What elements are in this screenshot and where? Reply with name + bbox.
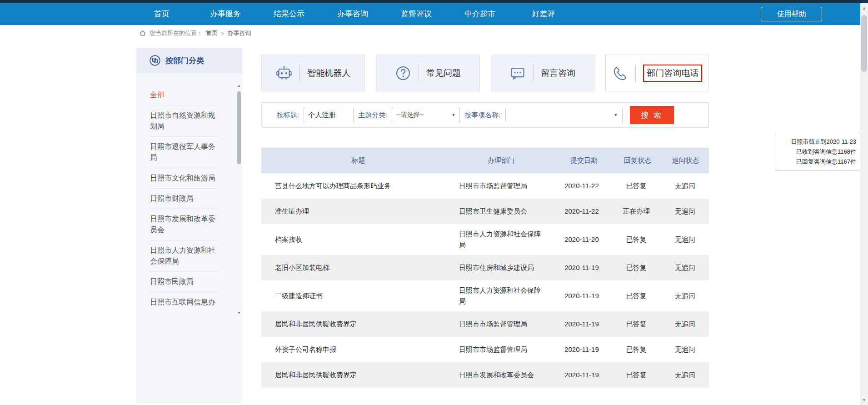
cell-date: 2020-11-22 (552, 173, 611, 199)
sidebar-item[interactable]: 日照市发展和改革委员会 (150, 209, 219, 240)
scroll-up-icon[interactable]: ▲ (860, 6, 868, 10)
help-button[interactable]: 使用帮助 (761, 7, 822, 21)
cell-reply-status: 已答复 (611, 362, 661, 388)
breadcrumb-current[interactable]: 办事咨询 (228, 29, 251, 37)
search-button[interactable]: 搜 索 (630, 106, 674, 124)
chevron-down-icon: ▼ (614, 113, 618, 117)
cell-reply-status: 已答复 (611, 280, 661, 311)
cell-reply-status: 已答复 (611, 337, 661, 362)
notice-line: 已收到咨询信息1168件 (780, 147, 856, 157)
nav-item[interactable]: 首页 (130, 3, 194, 25)
cell-title[interactable]: 居民和非居民供暖收费界定 (261, 311, 459, 337)
sidebar-title: 按部门分类 (165, 55, 204, 66)
cell-date: 2020-11-19 (552, 280, 611, 311)
table-row[interactable]: 外资子公司名称申报日照市市场监督管理局2020-11-19已答复无追问 (261, 337, 709, 362)
nav-item[interactable]: 好差评 (512, 3, 575, 25)
table-row[interactable]: 居民和非居民供暖收费界定日照市发展和改革委员会2020-11-19已答复无追问 (261, 362, 709, 388)
page-scrollbar-thumb[interactable] (861, 15, 867, 72)
sidebar: 按部门分类 全部日照市自然资源和规划局日照市退役军人事务局日照市文化和旅游局日照… (136, 48, 242, 403)
sidebar-item[interactable]: 日照市人力资源和社会保障局 (150, 240, 219, 272)
scroll-down-icon[interactable]: ▼ (860, 398, 868, 402)
item-name-select[interactable]: ▼ (505, 108, 623, 122)
table-row[interactable]: 老旧小区加装电梯日照市住房和城乡建设局2020-11-19已答复无追问 (261, 255, 709, 280)
cell-followup-status: 无追问 (661, 173, 709, 199)
nav-item[interactable]: 办事服务 (194, 3, 257, 25)
main-content: 智能机器人 常见问题 (261, 55, 709, 388)
tab-label: 留言咨询 (541, 67, 575, 79)
cell-department: 日照市住房和城乡建设局 (459, 255, 552, 280)
sidebar-item[interactable]: 日照市退役军人事务局 (150, 137, 219, 168)
cell-followup-status: 无追问 (661, 280, 709, 311)
cell-title[interactable]: 居民和非居民供暖收费界定 (261, 362, 459, 388)
table-row[interactable]: 莒县什么地方可以办理商品条形码业务日照市市场监督管理局2020-11-22已答复… (261, 173, 709, 199)
cell-date: 2020-11-20 (552, 224, 611, 255)
cell-title[interactable]: 准生证办理 (261, 199, 459, 224)
tab-message-consult[interactable]: 留言咨询 (491, 55, 594, 91)
sidebar-scrollbar[interactable]: ▲ ▼ (236, 83, 242, 316)
sidebar-item[interactable]: 日照市自然资源和规划局 (150, 105, 219, 137)
scroll-up-icon[interactable]: ▲ (236, 83, 242, 89)
phone-icon (612, 65, 628, 81)
sidebar-list: 全部日照市自然资源和规划局日照市退役军人事务局日照市文化和旅游局日照市财政局日照… (150, 85, 219, 312)
sidebar-header: 按部门分类 (136, 48, 242, 73)
table-row[interactable]: 准生证办理日照市卫生健康委员会2020-11-22正在办理无追问 (261, 199, 709, 224)
tab-divider (635, 65, 636, 82)
cell-followup-status: 无追问 (661, 337, 709, 362)
sidebar-item[interactable]: 日照市民政局 (150, 272, 219, 292)
top-edge-strip (0, 0, 868, 3)
table-row[interactable]: 二级建造师证书日照市人力资源和社会保障局2020-11-19已答复无追问 (261, 280, 709, 311)
category-select[interactable]: --请选择-- ▼ (392, 108, 460, 122)
title-search-input[interactable] (304, 108, 354, 122)
cell-date: 2020-11-19 (552, 311, 611, 337)
cell-followup-status: 无追问 (661, 199, 709, 224)
cell-date: 2020-11-22 (552, 199, 611, 224)
item-name-label: 按事项名称: (464, 111, 500, 120)
table-row[interactable]: 档案接收日照市人力资源和社会保障局2020-11-20已答复无追问 (261, 224, 709, 255)
tab-faq[interactable]: 常见问题 (376, 55, 479, 91)
tab-phone-consult[interactable]: 部门咨询电话 (605, 55, 709, 91)
cell-reply-status: 已答复 (611, 311, 661, 337)
sidebar-item[interactable]: 日照市文化和旅游局 (150, 168, 219, 189)
sidebar-item[interactable]: 日照市财政局 (150, 189, 219, 209)
sidebar-scrollbar-thumb[interactable] (237, 91, 241, 164)
cell-department: 日照市市场监督管理局 (459, 337, 552, 362)
cell-reply-status: 已答复 (611, 173, 661, 199)
cell-department: 日照市发展和改革委员会 (459, 362, 552, 388)
cell-title[interactable]: 外资子公司名称申报 (261, 337, 459, 362)
column-header-title: 标题 (261, 148, 455, 173)
message-icon (509, 65, 526, 81)
cell-title[interactable]: 档案接收 (261, 224, 459, 255)
nav-item[interactable]: 中介超市 (448, 3, 512, 25)
cell-title[interactable]: 二级建造师证书 (261, 280, 459, 311)
tab-label: 智能机器人 (307, 67, 350, 79)
cell-department: 日照市市场监督管理局 (459, 311, 552, 337)
cell-department: 日照市人力资源和社会保障局 (459, 224, 552, 255)
cell-date: 2020-11-19 (552, 255, 611, 280)
cell-title[interactable]: 老旧小区加装电梯 (261, 255, 459, 280)
category-label: 主题分类: (358, 111, 387, 120)
cell-title[interactable]: 莒县什么地方可以办理商品条形码业务 (261, 173, 459, 199)
table-row[interactable]: 居民和非居民供暖收费界定日照市市场监督管理局2020-11-19已答复无追问 (261, 311, 709, 337)
column-header-department: 办理部门 (455, 148, 555, 173)
nav-item[interactable]: 监督评议 (384, 3, 448, 25)
top-navbar: 首页办事服务结果公示办事咨询监督评议中介超市好差评 使用帮助 (0, 3, 860, 25)
category-icon (149, 55, 161, 66)
cell-department: 日照市市场监督管理局 (459, 173, 552, 199)
nav-item[interactable]: 结果公示 (257, 3, 321, 25)
cell-followup-status: 无追问 (661, 311, 709, 337)
nav-item[interactable]: 办事咨询 (321, 3, 384, 25)
cell-followup-status: 无追问 (661, 255, 709, 280)
sidebar-item[interactable]: 日照市互联网信息办 (150, 292, 219, 312)
tab-smart-robot[interactable]: 智能机器人 (261, 55, 365, 91)
consultation-table: 标题 办理部门 提交日期 回复状态 追问状态 莒县什么地方可以办理商品条形码业务… (261, 148, 709, 388)
breadcrumb-separator: > (221, 30, 224, 37)
tab-divider (419, 65, 419, 82)
sidebar-item[interactable]: 全部 (150, 85, 219, 105)
breadcrumb-label: 您当前所在的位置： (150, 29, 203, 37)
scroll-down-icon[interactable]: ▼ (236, 310, 242, 316)
question-icon (395, 65, 411, 81)
page-scrollbar[interactable]: ▲ ▼ (860, 3, 868, 405)
cell-date: 2020-11-19 (552, 362, 611, 388)
tab-label: 常见问题 (426, 67, 461, 79)
breadcrumb-home-link[interactable]: 首页 (206, 29, 218, 37)
